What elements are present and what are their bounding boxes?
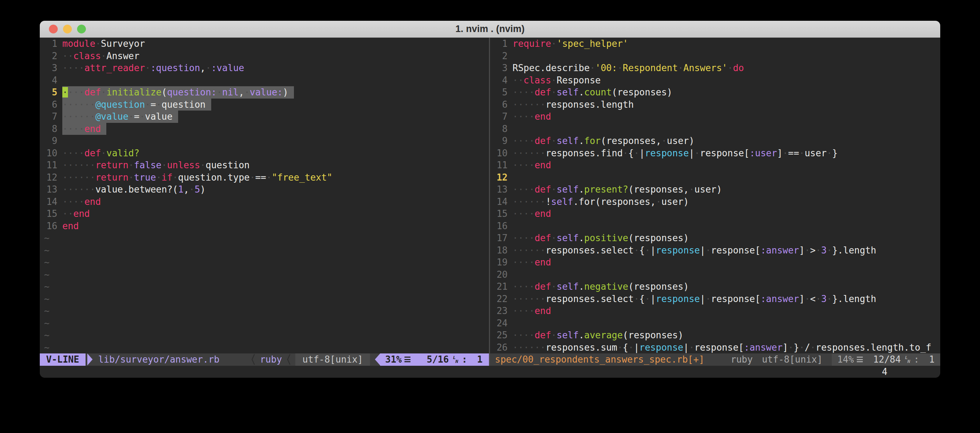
code-line[interactable]: 15··end: [40, 208, 489, 220]
code-line[interactable]: 18······responses.select·{·|response|·re…: [490, 244, 940, 256]
code-line[interactable]: 24: [490, 317, 940, 330]
line-number: 12: [40, 172, 57, 184]
code-line[interactable]: 4··class·Response: [490, 74, 940, 87]
line-number: 8: [490, 123, 508, 135]
line-number: 3: [490, 62, 508, 74]
code-line[interactable]: 25····def·self.average(responses): [490, 329, 940, 341]
code-line[interactable]: 6······responses.length: [490, 99, 940, 111]
code-line[interactable]: 6······@question·=·question: [40, 99, 489, 111]
code-line[interactable]: 26······responses.sum·{·|response|·respo…: [490, 341, 940, 354]
code-line[interactable]: 3····attr_reader·:question,·:value: [40, 62, 489, 74]
code-line[interactable]: 14······!self.for(responses,·user): [490, 196, 940, 208]
code-line[interactable]: 13····def·self.present?(responses,·user): [490, 183, 940, 196]
line-number-icon: LN: [905, 355, 910, 363]
line-number: 18: [490, 244, 508, 256]
command-line: 4: [40, 366, 940, 378]
line-number: 22: [490, 293, 508, 305]
code-line[interactable]: 16end: [40, 220, 489, 232]
line-number: 26: [490, 341, 508, 354]
code-line[interactable]: 8····end: [40, 123, 489, 135]
code-area-right[interactable]: 1require·'spec_helper'23RSpec.describe·'…: [490, 38, 940, 353]
code-line[interactable]: 15····end: [490, 208, 940, 220]
line-number: 12: [490, 172, 508, 184]
code-line[interactable]: 14····end: [40, 196, 489, 208]
position-segment-right: 14% 12/84 LN : 1: [832, 353, 940, 366]
terminal-window[interactable]: 1. nvim . (nvim) 1module·Surveyor2··clas…: [40, 21, 940, 378]
code-line[interactable]: 2: [490, 50, 940, 62]
line-number: 6: [40, 99, 57, 111]
code-line[interactable]: 11······return·false·unless·question: [40, 159, 489, 172]
line-number: 14: [40, 196, 57, 208]
separator-chevron-icon: [287, 353, 290, 365]
cursor-position-left: 5/16: [426, 354, 449, 365]
line-number: 3: [40, 62, 57, 74]
tilde-line: ~: [40, 244, 489, 256]
code-line[interactable]: 1require·'spec_helper': [490, 38, 940, 50]
line-number: 25: [490, 329, 508, 341]
mode-indicator: V-LINE: [40, 353, 86, 366]
line-number: 16: [40, 220, 57, 232]
close-button[interactable]: [49, 25, 58, 33]
line-number: 2: [40, 50, 57, 62]
line-number: 4: [40, 74, 57, 87]
code-line[interactable]: 7····end: [490, 111, 940, 123]
filename-right: spec/00_respondents_answers_spec.rb[+]: [490, 354, 705, 365]
code-line[interactable]: 21····def·self.negative(responses): [490, 280, 940, 293]
line-number: 6: [490, 99, 508, 111]
code-line[interactable]: 13······value.between?(1,·5): [40, 183, 489, 196]
showcmd-count: 4: [882, 366, 888, 378]
code-line[interactable]: 19····end: [490, 256, 940, 269]
code-line[interactable]: 16: [490, 220, 940, 232]
titlebar[interactable]: 1. nvim . (nvim): [40, 21, 940, 38]
tilde-line: ~: [40, 232, 489, 244]
line-number: 19: [490, 256, 508, 269]
line-number: 9: [490, 135, 508, 147]
code-line[interactable]: 5····def·initialize(question:·nil,·value…: [40, 86, 489, 99]
line-number: 7: [40, 111, 57, 123]
line-number: 23: [490, 305, 508, 317]
code-line[interactable]: 17····def·self.positive(responses): [490, 232, 940, 244]
line-number: 1: [490, 38, 508, 50]
code-line[interactable]: 1module·Surveyor: [40, 38, 489, 50]
code-line[interactable]: 12······return·true·if·question.type·==·…: [40, 172, 489, 184]
line-number: 5: [490, 86, 508, 99]
tilde-line: ~: [40, 256, 489, 269]
tilde-line: ~: [40, 329, 489, 341]
code-line[interactable]: 8: [490, 123, 940, 135]
code-line[interactable]: 7······@value·=·value: [40, 111, 489, 123]
powerline-arrow-icon: [375, 353, 380, 365]
line-number: 11: [490, 159, 508, 172]
line-number: 8: [40, 123, 57, 135]
code-line[interactable]: 5····def·self.count(responses): [490, 86, 940, 99]
line-number: 15: [490, 208, 508, 220]
code-line[interactable]: 10······responses.find·{·|response|·resp…: [490, 147, 940, 159]
code-line[interactable]: 9····def·self.for(responses,·user): [490, 135, 940, 147]
editor-pane-left: 1module·Surveyor2··class·Answer3····attr…: [40, 38, 489, 366]
code-line[interactable]: 23····end: [490, 305, 940, 317]
line-number: 14: [490, 196, 508, 208]
line-number: 20: [490, 269, 508, 281]
lines-trigram-icon: [404, 357, 410, 362]
code-line[interactable]: 10····def·valid?: [40, 147, 489, 159]
code-line[interactable]: 11····end: [490, 159, 940, 172]
code-line[interactable]: 2··class·Answer: [40, 50, 489, 62]
minimize-button[interactable]: [63, 25, 72, 33]
cursor-column-left: 1: [477, 354, 483, 365]
separator-chevron-icon: [251, 353, 255, 365]
code-line[interactable]: 3RSpec.describe·'00:·Respondent·Answers'…: [490, 62, 940, 74]
code-line[interactable]: 22······responses.select·{·|response|·re…: [490, 293, 940, 305]
code-line[interactable]: 4: [40, 74, 489, 87]
line-number: 10: [40, 147, 57, 159]
zoom-button[interactable]: [77, 25, 86, 33]
encoding-left: utf-8[unix]: [295, 353, 370, 366]
line-number: 1: [40, 38, 57, 50]
code-line[interactable]: 9: [40, 135, 489, 147]
line-number: 2: [490, 50, 508, 62]
line-number: 10: [490, 147, 508, 159]
position-segment-left: 31% 5/16 LN : 1: [380, 353, 489, 366]
code-line[interactable]: 12: [490, 172, 940, 184]
statusline-left: V-LINE lib/surveyor/answer.rb ruby utf-8…: [40, 353, 489, 366]
scroll-percent-left: 31%: [385, 354, 402, 365]
code-line[interactable]: 20: [490, 269, 940, 281]
code-area-left[interactable]: 1module·Surveyor2··class·Answer3····attr…: [40, 38, 489, 353]
